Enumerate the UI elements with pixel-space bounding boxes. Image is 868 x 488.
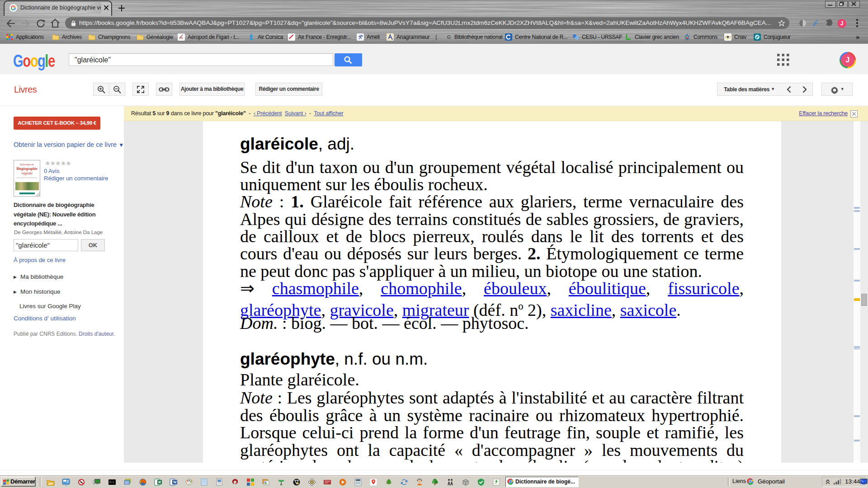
svg-text:W: W [173, 480, 177, 484]
svg-text:C:\: C:\ [109, 480, 114, 483]
